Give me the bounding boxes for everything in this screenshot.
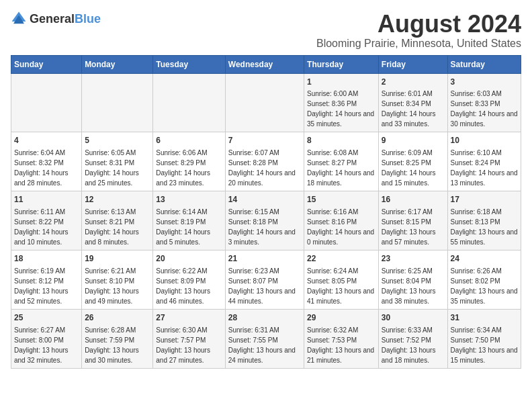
day-number: 10 xyxy=(451,135,518,146)
logo-icon xyxy=(11,11,27,27)
day-number: 3 xyxy=(451,77,518,88)
day-number: 25 xyxy=(14,312,79,324)
day-info: Sunrise: 6:15 AMSunset: 8:18 PMDaylight:… xyxy=(228,207,301,247)
calendar-cell: 12Sunrise: 6:13 AMSunset: 8:21 PMDayligh… xyxy=(82,191,153,250)
calendar-cell: 25Sunrise: 6:27 AMSunset: 8:00 PMDayligh… xyxy=(11,309,82,368)
main-title: August 2024 xyxy=(316,11,521,38)
day-info: Sunrise: 6:14 AMSunset: 8:19 PMDaylight:… xyxy=(156,207,222,247)
day-info: Sunrise: 6:30 AMSunset: 7:57 PMDaylight:… xyxy=(156,325,222,365)
calendar-cell xyxy=(82,73,153,132)
calendar-cell: 27Sunrise: 6:30 AMSunset: 7:57 PMDayligh… xyxy=(153,309,225,368)
day-number: 7 xyxy=(228,135,301,146)
day-number: 30 xyxy=(382,312,445,324)
day-info: Sunrise: 6:23 AMSunset: 8:07 PMDaylight:… xyxy=(228,266,301,306)
day-number: 28 xyxy=(228,312,301,324)
day-number: 27 xyxy=(156,312,222,324)
logo-text-blue: Blue xyxy=(75,12,101,26)
day-number: 22 xyxy=(307,253,375,265)
day-info: Sunrise: 6:24 AMSunset: 8:05 PMDaylight:… xyxy=(307,266,375,306)
calendar-cell: 4Sunrise: 6:04 AMSunset: 8:32 PMDaylight… xyxy=(11,132,82,191)
day-info: Sunrise: 6:18 AMSunset: 8:13 PMDaylight:… xyxy=(451,207,518,247)
day-number: 1 xyxy=(307,77,375,88)
day-number: 21 xyxy=(228,253,301,265)
calendar-cell: 18Sunrise: 6:19 AMSunset: 8:12 PMDayligh… xyxy=(11,250,82,309)
calendar-cell: 19Sunrise: 6:21 AMSunset: 8:10 PMDayligh… xyxy=(82,250,153,309)
calendar-cell: 8Sunrise: 6:08 AMSunset: 8:27 PMDaylight… xyxy=(304,132,379,191)
day-number: 14 xyxy=(228,194,301,205)
calendar-cell xyxy=(225,73,304,132)
logo-text-general: General xyxy=(30,12,75,26)
day-number: 13 xyxy=(156,194,222,205)
title-block: August 2024 Blooming Prairie, Minnesota,… xyxy=(316,11,521,50)
day-info: Sunrise: 6:17 AMSunset: 8:15 PMDaylight:… xyxy=(382,207,445,247)
day-number: 29 xyxy=(307,312,375,324)
calendar-cell: 26Sunrise: 6:28 AMSunset: 7:59 PMDayligh… xyxy=(82,309,153,368)
calendar-cell: 14Sunrise: 6:15 AMSunset: 8:18 PMDayligh… xyxy=(225,191,304,250)
day-header-thursday: Thursday xyxy=(304,55,379,73)
calendar-cell xyxy=(11,73,82,132)
subtitle: Blooming Prairie, Minnesota, United Stat… xyxy=(316,38,521,50)
day-info: Sunrise: 6:16 AMSunset: 8:16 PMDaylight:… xyxy=(307,207,375,247)
day-number: 4 xyxy=(14,135,79,146)
calendar-cell: 5Sunrise: 6:05 AMSunset: 8:31 PMDaylight… xyxy=(82,132,153,191)
day-info: Sunrise: 6:28 AMSunset: 7:59 PMDaylight:… xyxy=(85,325,150,365)
day-info: Sunrise: 6:27 AMSunset: 8:00 PMDaylight:… xyxy=(14,325,79,365)
logo: GeneralBlue xyxy=(11,11,101,27)
calendar-cell: 1Sunrise: 6:00 AMSunset: 8:36 PMDaylight… xyxy=(304,73,379,132)
calendar-week-row: 18Sunrise: 6:19 AMSunset: 8:12 PMDayligh… xyxy=(11,250,521,309)
day-header-row: SundayMondayTuesdayWednesdayThursdayFrid… xyxy=(11,55,521,73)
day-info: Sunrise: 6:13 AMSunset: 8:21 PMDaylight:… xyxy=(85,207,150,247)
day-number: 26 xyxy=(85,312,150,324)
calendar-cell: 15Sunrise: 6:16 AMSunset: 8:16 PMDayligh… xyxy=(304,191,379,250)
calendar-cell: 17Sunrise: 6:18 AMSunset: 8:13 PMDayligh… xyxy=(447,191,521,250)
calendar-cell: 28Sunrise: 6:31 AMSunset: 7:55 PMDayligh… xyxy=(225,309,304,368)
day-info: Sunrise: 6:06 AMSunset: 8:29 PMDaylight:… xyxy=(156,148,222,188)
day-header-saturday: Saturday xyxy=(447,55,521,73)
day-info: Sunrise: 6:22 AMSunset: 8:09 PMDaylight:… xyxy=(156,266,222,306)
day-info: Sunrise: 6:09 AMSunset: 8:25 PMDaylight:… xyxy=(382,148,445,188)
day-number: 19 xyxy=(85,253,150,265)
calendar-cell xyxy=(153,73,225,132)
calendar-cell: 20Sunrise: 6:22 AMSunset: 8:09 PMDayligh… xyxy=(153,250,225,309)
calendar-cell: 21Sunrise: 6:23 AMSunset: 8:07 PMDayligh… xyxy=(225,250,304,309)
day-number: 5 xyxy=(85,135,150,146)
day-info: Sunrise: 6:10 AMSunset: 8:24 PMDaylight:… xyxy=(451,148,518,188)
calendar-cell: 6Sunrise: 6:06 AMSunset: 8:29 PMDaylight… xyxy=(153,132,225,191)
calendar-cell: 16Sunrise: 6:17 AMSunset: 8:15 PMDayligh… xyxy=(378,191,447,250)
day-info: Sunrise: 6:00 AMSunset: 8:36 PMDaylight:… xyxy=(307,89,375,129)
calendar-cell: 22Sunrise: 6:24 AMSunset: 8:05 PMDayligh… xyxy=(304,250,379,309)
day-header-sunday: Sunday xyxy=(11,55,82,73)
calendar-cell: 29Sunrise: 6:32 AMSunset: 7:53 PMDayligh… xyxy=(304,309,379,368)
calendar-cell: 9Sunrise: 6:09 AMSunset: 8:25 PMDaylight… xyxy=(378,132,447,191)
day-number: 2 xyxy=(382,77,445,88)
day-number: 23 xyxy=(382,253,445,265)
day-number: 12 xyxy=(85,194,150,205)
day-number: 9 xyxy=(382,135,445,146)
day-number: 8 xyxy=(307,135,375,146)
calendar-week-row: 1Sunrise: 6:00 AMSunset: 8:36 PMDaylight… xyxy=(11,73,521,132)
day-info: Sunrise: 6:04 AMSunset: 8:32 PMDaylight:… xyxy=(14,148,79,188)
day-info: Sunrise: 6:07 AMSunset: 8:28 PMDaylight:… xyxy=(228,148,301,188)
calendar-cell: 2Sunrise: 6:01 AMSunset: 8:34 PMDaylight… xyxy=(378,73,447,132)
calendar-cell: 31Sunrise: 6:34 AMSunset: 7:50 PMDayligh… xyxy=(447,309,521,368)
day-number: 17 xyxy=(451,194,518,205)
calendar-cell: 23Sunrise: 6:25 AMSunset: 8:04 PMDayligh… xyxy=(378,250,447,309)
day-number: 11 xyxy=(14,194,79,205)
day-info: Sunrise: 6:19 AMSunset: 8:12 PMDaylight:… xyxy=(14,266,79,306)
day-number: 20 xyxy=(156,253,222,265)
day-number: 16 xyxy=(382,194,445,205)
calendar-week-row: 11Sunrise: 6:11 AMSunset: 8:22 PMDayligh… xyxy=(11,191,521,250)
calendar-cell: 30Sunrise: 6:33 AMSunset: 7:52 PMDayligh… xyxy=(378,309,447,368)
day-info: Sunrise: 6:31 AMSunset: 7:55 PMDaylight:… xyxy=(228,325,301,365)
calendar-cell: 10Sunrise: 6:10 AMSunset: 8:24 PMDayligh… xyxy=(447,132,521,191)
calendar-week-row: 25Sunrise: 6:27 AMSunset: 8:00 PMDayligh… xyxy=(11,309,521,368)
calendar-cell: 24Sunrise: 6:26 AMSunset: 8:02 PMDayligh… xyxy=(447,250,521,309)
day-info: Sunrise: 6:21 AMSunset: 8:10 PMDaylight:… xyxy=(85,266,150,306)
calendar-cell: 7Sunrise: 6:07 AMSunset: 8:28 PMDaylight… xyxy=(225,132,304,191)
day-info: Sunrise: 6:34 AMSunset: 7:50 PMDaylight:… xyxy=(451,325,518,365)
day-number: 24 xyxy=(451,253,518,265)
calendar-cell: 3Sunrise: 6:03 AMSunset: 8:33 PMDaylight… xyxy=(447,73,521,132)
day-info: Sunrise: 6:01 AMSunset: 8:34 PMDaylight:… xyxy=(382,89,445,129)
day-info: Sunrise: 6:32 AMSunset: 7:53 PMDaylight:… xyxy=(307,325,375,365)
day-info: Sunrise: 6:03 AMSunset: 8:33 PMDaylight:… xyxy=(451,89,518,129)
